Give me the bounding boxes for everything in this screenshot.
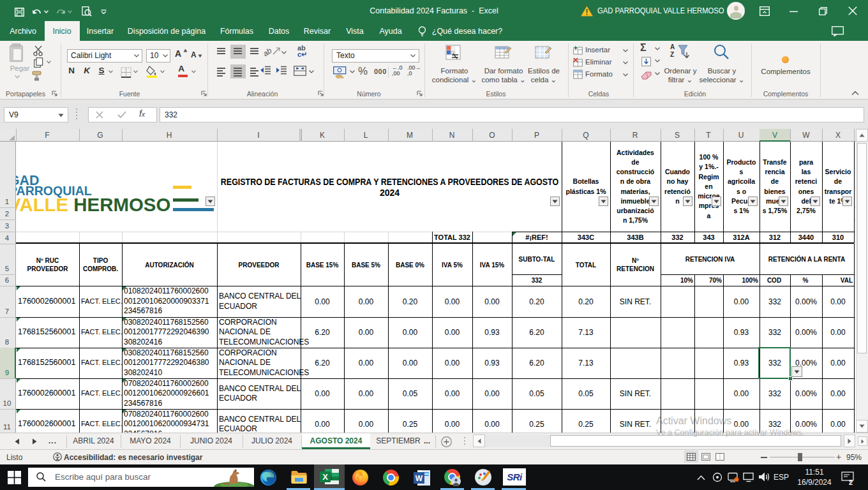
svg-text:X: X (322, 472, 328, 482)
svg-text:W: W (415, 474, 423, 483)
